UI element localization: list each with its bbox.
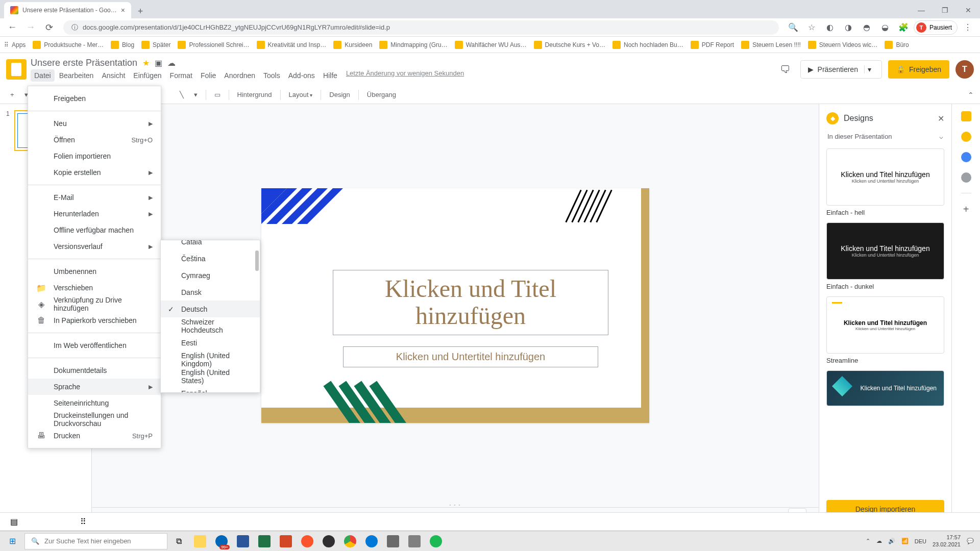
browser-tab[interactable]: Unsere erste Präsentation - Goo… ×	[4, 2, 131, 18]
menu-einfügen[interactable]: Einfügen	[130, 69, 165, 82]
new-tab-button[interactable]: +	[133, 4, 148, 18]
onedrive-icon[interactable]: ☁	[876, 538, 882, 544]
bookmark-item[interactable]: Büro	[885, 41, 909, 49]
language-option[interactable]: Dansk	[161, 284, 260, 300]
collapse-toolbar-icon[interactable]: ⌃	[968, 91, 974, 99]
file-menu-item[interactable]: ÖffnenStrg+O	[28, 132, 161, 148]
file-menu-item[interactable]: Offline verfügbar machen	[28, 222, 161, 238]
zoom-icon[interactable]: 🔍	[785, 19, 801, 36]
app-brave-icon[interactable]	[297, 531, 317, 552]
menu-folie[interactable]: Folie	[197, 69, 219, 82]
contacts-icon[interactable]	[961, 172, 971, 183]
language-indicator[interactable]: DEU	[915, 538, 926, 544]
layout-button[interactable]: Layout	[285, 89, 317, 101]
menu-add-ons[interactable]: Add-ons	[285, 69, 318, 82]
design-option-streamline[interactable]: Klicken und Titel hinzufügen Klicken und…	[826, 296, 944, 354]
design-option-4[interactable]: Klicken und Titel hinzufügen	[826, 370, 944, 406]
bookmark-item[interactable]: Blog	[111, 41, 134, 49]
file-menu-item[interactable]: Freigeben	[28, 90, 161, 107]
app-icon[interactable]	[404, 531, 425, 552]
ext1-icon[interactable]: ◐	[822, 19, 838, 36]
volume-icon[interactable]: 🔊	[888, 538, 895, 544]
back-button[interactable]: ←	[4, 19, 20, 36]
transition-button[interactable]: Übergang	[363, 89, 400, 101]
menu-format[interactable]: Format	[166, 69, 196, 82]
clock[interactable]: 17:57 23.02.2021	[933, 534, 961, 547]
ext2-icon[interactable]: ◑	[840, 19, 856, 36]
share-button[interactable]: 🔒 Freigeben	[888, 60, 949, 79]
star-icon[interactable]: ★	[142, 58, 150, 68]
file-menu-item[interactable]: Folien importieren	[28, 148, 161, 164]
bookmark-item[interactable]: Deutsche Kurs + Vo…	[534, 41, 605, 49]
extensions-icon[interactable]: 🧩	[895, 19, 912, 36]
design-button[interactable]: Design	[325, 89, 354, 101]
line-tool[interactable]: ╲	[176, 89, 188, 101]
last-edit[interactable]: Letzte Änderung vor wenigen Sekunden	[346, 69, 464, 82]
bookmark-item[interactable]: PDF Report	[691, 41, 734, 49]
menu-hilfe[interactable]: Hilfe	[320, 69, 341, 82]
task-view-icon[interactable]: ⧉	[168, 531, 189, 552]
bookmark-item[interactable]: Kreativität und Insp…	[257, 41, 327, 49]
minimize-button[interactable]: —	[910, 2, 933, 18]
menu-tools[interactable]: Tools	[260, 69, 284, 82]
cloud-status-icon[interactable]: ☁	[167, 58, 176, 68]
new-slide-button[interactable]: +	[6, 89, 18, 101]
bookmark-item[interactable]: Produktsuche - Mer…	[33, 41, 104, 49]
file-menu-item[interactable]: ◈Verknüpfung zu Drive hinzufügen	[28, 296, 161, 312]
close-tab-icon[interactable]: ×	[121, 6, 125, 14]
file-menu-item[interactable]: E-Mail▶	[28, 189, 161, 206]
design-option-dark[interactable]: Klicken und Titel hinzufügen Klicken und…	[826, 222, 944, 280]
bookmark-item[interactable]: Steuern Lesen !!!!	[741, 41, 801, 49]
menu-anordnen[interactable]: Anordnen	[220, 69, 259, 82]
app-obs-icon[interactable]	[318, 531, 339, 552]
ext4-icon[interactable]: ◒	[877, 19, 893, 36]
file-menu-item[interactable]: Versionsverlauf▶	[28, 238, 161, 255]
url-bar[interactable]: ⓘ docs.google.com/presentation/d/1je40CL…	[63, 20, 779, 35]
bookmark-item[interactable]: Wahlfächer WU Aus…	[455, 41, 527, 49]
star-icon[interactable]: ☆	[803, 19, 820, 36]
file-menu-item[interactable]: Dokumentdetails	[28, 362, 161, 379]
language-option[interactable]: English (United Kingdom)	[161, 351, 260, 368]
comment-tool[interactable]: ▭	[210, 89, 225, 101]
account-avatar[interactable]: T	[955, 60, 974, 79]
language-option[interactable]: Schweizer Hochdeutsch	[161, 317, 260, 334]
present-button[interactable]: ▶ Präsentieren ▾	[800, 60, 882, 79]
designs-section-header[interactable]: In dieser Präsentation ⌵	[826, 131, 944, 142]
browser-menu-icon[interactable]: ⋮	[960, 19, 976, 36]
bookmark-item[interactable]: Kursideen	[333, 41, 372, 49]
language-option[interactable]: Eesti	[161, 334, 260, 351]
file-menu-item[interactable]: Druckeinstellungen und Druckvorschau	[28, 411, 161, 428]
language-option[interactable]: Čeština	[161, 250, 260, 267]
menu-ansicht[interactable]: Ansicht	[98, 69, 129, 82]
line-dropdown[interactable]: ▾	[190, 89, 202, 101]
forward-button[interactable]: →	[22, 19, 39, 36]
word-icon[interactable]	[233, 531, 253, 552]
add-addon-icon[interactable]: +	[963, 204, 969, 215]
maximize-button[interactable]: ❐	[933, 2, 957, 18]
file-menu-item[interactable]: 📁Verschieben	[28, 280, 161, 296]
app-icon[interactable]	[383, 531, 403, 552]
file-menu-item[interactable]: Kopie erstellen▶	[28, 164, 161, 181]
language-option[interactable]: Cymraeg	[161, 267, 260, 284]
apps-button[interactable]: ⠿ Apps	[4, 41, 26, 48]
move-folder-icon[interactable]: ▣	[155, 58, 162, 68]
language-option[interactable]: ✓Deutsch	[161, 300, 260, 317]
close-panel-icon[interactable]: ✕	[938, 114, 944, 123]
windows-search[interactable]: 🔍 Zur Suche Text hier eingeben	[24, 533, 167, 549]
chrome-icon[interactable]	[340, 531, 360, 552]
subtitle-placeholder[interactable]: Klicken und Untertitel hinzufügen	[343, 346, 598, 367]
bookmark-item[interactable]: Professionell Schrei…	[178, 41, 249, 49]
tray-chevron-icon[interactable]: ⌃	[866, 538, 870, 544]
language-option[interactable]: Español	[161, 385, 260, 393]
file-menu-item[interactable]: Sprache▶	[28, 379, 161, 395]
file-menu-item[interactable]: 🗑In Papierkorb verschieben	[28, 312, 161, 329]
explorer-icon[interactable]	[190, 531, 210, 552]
background-button[interactable]: Hintergrund	[233, 89, 276, 101]
bookmark-item[interactable]: Später	[141, 41, 170, 49]
edge2-icon[interactable]	[361, 531, 382, 552]
grid-view-icon[interactable]: ⠿	[76, 515, 90, 529]
profile-badge[interactable]: T Pausiert	[914, 20, 958, 35]
bookmark-item[interactable]: Noch hochladen Bu…	[612, 41, 683, 49]
filmstrip-view-icon[interactable]: ▤	[6, 515, 22, 529]
slide-canvas[interactable]: Klicken und Titel hinzufügen Klicken und…	[261, 188, 649, 423]
